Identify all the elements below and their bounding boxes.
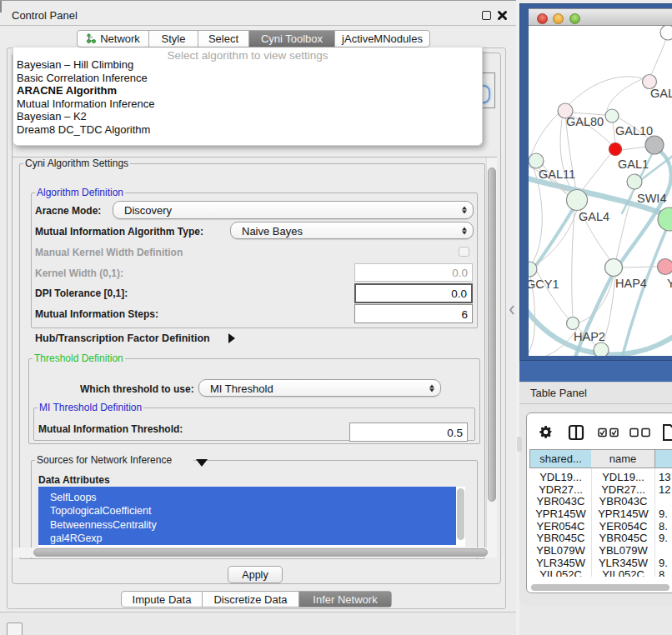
svg-text:GAL7: GAL7 <box>650 87 672 100</box>
svg-text:GCY1: GCY1 <box>529 278 559 291</box>
svg-text:Y: Y <box>667 277 672 290</box>
svg-text:GAL10: GAL10 <box>615 124 653 138</box>
svg-text:GAL11: GAL11 <box>539 168 575 181</box>
svg-text:SWI4: SWI4 <box>637 192 666 205</box>
svg-text:HAP2: HAP2 <box>574 330 605 343</box>
svg-text:GAL4: GAL4 <box>579 210 609 223</box>
svg-text:GAL80: GAL80 <box>566 115 604 128</box>
svg-text:HAP4: HAP4 <box>615 277 647 290</box>
svg-text:GAL1: GAL1 <box>618 158 649 171</box>
